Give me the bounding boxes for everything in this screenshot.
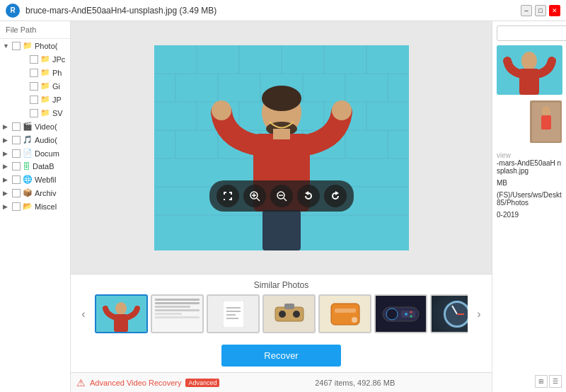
- zoom-in-button[interactable]: [243, 185, 266, 207]
- svg-line-43: [284, 198, 287, 201]
- svg-point-63: [405, 313, 408, 316]
- window-controls: – □ ✕: [521, 5, 560, 16]
- thumbnails-row: [95, 294, 468, 333]
- checkbox-jp[interactable]: [30, 55, 38, 64]
- sidebar-header: File Path: [0, 21, 70, 39]
- similar-row: ‹: [76, 294, 486, 333]
- chevron-right-icon: ▶: [3, 123, 10, 130]
- image-toolbar: [209, 180, 354, 212]
- checkbox-sv[interactable]: [30, 109, 38, 117]
- main-container: File Path ▼ 📁 Photo( 📁 JPc 📁 Ph 📁: [0, 21, 566, 392]
- sidebar-item-label: JP: [52, 96, 62, 104]
- sidebar-item-label: Webfil: [35, 175, 56, 184]
- prev-arrow[interactable]: ‹: [76, 307, 91, 321]
- sidebar-item-doc[interactable]: ▶ 📄 Docum: [0, 146, 70, 160]
- checkbox-ph[interactable]: [30, 69, 38, 77]
- sidebar-item-web[interactable]: ▶ 🌐 Webfil: [0, 173, 70, 186]
- sidebar-item-archive[interactable]: ▶ 📦 Archiv: [0, 186, 70, 200]
- list-view-button[interactable]: ☰: [549, 375, 562, 388]
- misc-icon: 📂: [23, 202, 33, 211]
- svg-rect-54: [284, 304, 294, 309]
- svg-rect-71: [541, 115, 551, 129]
- window-title: bruce-mars-AndE50aaHn4-unsplash.jpg (3.4…: [25, 6, 515, 16]
- folder-icon: 📁: [40, 54, 50, 64]
- folder-icon: 📁: [23, 41, 33, 50]
- advanced-video-recovery[interactable]: Advanced Video Recovery: [90, 379, 181, 387]
- svg-point-55: [279, 311, 286, 318]
- checkbox-web[interactable]: [12, 175, 21, 184]
- search-input[interactable]: [497, 25, 566, 41]
- checkbox-doc[interactable]: [12, 149, 21, 158]
- folder-icon: 📁: [40, 68, 50, 77]
- right-mini-thumbnail: [530, 100, 562, 143]
- audio-icon: 🎵: [23, 135, 33, 144]
- filesize-value: MB: [497, 179, 562, 187]
- sidebar-item-label: Video(: [35, 122, 57, 131]
- chevron-right-icon: ▶: [3, 176, 10, 183]
- rotate-right-button[interactable]: [324, 185, 347, 207]
- checkbox-db[interactable]: [12, 162, 21, 171]
- checkbox-gi[interactable]: [30, 82, 38, 91]
- chevron-right-icon: ▶: [3, 137, 10, 144]
- status-text: 2467 items, 492.86 MB: [224, 379, 486, 387]
- sidebar-item-label: Ph: [52, 69, 62, 77]
- sidebar-item-label: Miscel: [35, 202, 57, 211]
- chevron-right-icon: ▶: [3, 163, 10, 170]
- recover-center-section: Recover: [71, 339, 492, 372]
- sidebar-item-misc[interactable]: ▶ 📂 Miscel: [0, 200, 70, 213]
- center-content: Similar Photos ‹: [71, 21, 492, 392]
- advanced-badge: Advanced: [185, 379, 219, 387]
- thumbnail-7[interactable]: [430, 294, 468, 333]
- sidebar-item-sv[interactable]: 📁 SV: [0, 106, 70, 120]
- svg-rect-62: [401, 311, 415, 318]
- thumbnail-3[interactable]: [207, 294, 260, 333]
- app-logo: R: [6, 4, 20, 18]
- sidebar-item-audio[interactable]: ▶ 🎵 Audio(: [0, 133, 70, 146]
- sidebar-item-label: DataB: [33, 162, 54, 171]
- checkbox-audio[interactable]: [12, 136, 21, 144]
- sidebar-item-gi[interactable]: 📁 Gi: [0, 79, 70, 93]
- sidebar: File Path ▼ 📁 Photo( 📁 JPc 📁 Ph 📁: [0, 21, 71, 392]
- thumbnail-1[interactable]: [95, 294, 148, 333]
- thumbnail-2[interactable]: [151, 294, 204, 333]
- checkbox-video[interactable]: [12, 122, 21, 131]
- svg-point-61: [386, 309, 398, 320]
- sidebar-item-jp2[interactable]: 📁 JP: [0, 93, 70, 106]
- thumbnail-6[interactable]: [374, 294, 427, 333]
- thumbnail-5[interactable]: [318, 294, 371, 333]
- svg-point-46: [115, 302, 127, 315]
- warning-icon: ⚠: [76, 377, 86, 388]
- checkbox-archive[interactable]: [12, 189, 21, 197]
- maximize-button[interactable]: □: [535, 5, 546, 16]
- sidebar-item-db[interactable]: ▶ 🗄 DataB: [0, 160, 70, 173]
- sidebar-item-video[interactable]: ▶ 🎬 Video(: [0, 120, 70, 133]
- checkbox-photos[interactable]: [12, 42, 21, 50]
- zoom-out-button[interactable]: [270, 185, 293, 207]
- sidebar-item-ph[interactable]: 📁 Ph: [0, 66, 70, 79]
- checkbox-jp2[interactable]: [30, 96, 38, 104]
- close-button[interactable]: ✕: [549, 5, 560, 16]
- search-row: ▽: [497, 25, 562, 41]
- rotate-left-button[interactable]: [297, 185, 320, 207]
- database-icon: 🗄: [23, 162, 30, 171]
- thumbnail-4[interactable]: [262, 294, 316, 333]
- sidebar-item-photos[interactable]: ▼ 📁 Photo(: [0, 39, 70, 52]
- video-icon: 🎬: [23, 122, 33, 131]
- next-arrow[interactable]: ›: [472, 307, 486, 321]
- fit-screen-button[interactable]: [216, 185, 239, 207]
- svg-point-59: [352, 317, 357, 323]
- archive-icon: 📦: [23, 188, 33, 197]
- recover-center-button[interactable]: Recover: [221, 345, 340, 367]
- folder-icon: 📁: [40, 81, 50, 91]
- right-panel: ▽ view -mars-AndE50aaH nsplash.jpg MB: [492, 21, 566, 392]
- sidebar-item-label: Archiv: [35, 189, 57, 197]
- sidebar-item-jp[interactable]: 📁 JPc: [0, 52, 70, 66]
- document-icon: 📄: [23, 149, 33, 158]
- grid-view-button[interactable]: ⊞: [535, 375, 548, 388]
- svg-rect-48: [223, 301, 244, 328]
- minimize-button[interactable]: –: [521, 5, 532, 16]
- similar-photos-section: Similar Photos ‹: [71, 274, 492, 339]
- checkbox-misc[interactable]: [12, 202, 21, 211]
- sidebar-item-label: Gi: [52, 82, 60, 91]
- titlebar: R bruce-mars-AndE50aaHn4-unsplash.jpg (3…: [0, 0, 566, 21]
